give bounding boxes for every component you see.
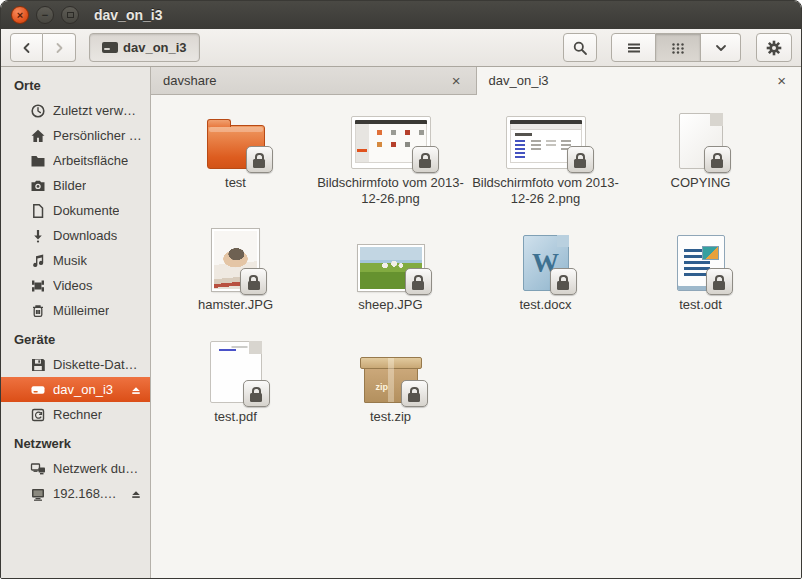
sidebar-item-pers-nlicher[interactable]: Persönlicher … [1,123,150,148]
file-icon-box [210,337,262,403]
location-label: dav_on_i3 [123,40,187,55]
lock-icon [248,281,260,290]
forward-button[interactable] [43,33,76,62]
file-icon-wrap [506,116,586,169]
file-icon-wrap: zip [362,355,420,403]
view-options-button[interactable] [701,33,741,62]
file-name: hamster.JPG [198,297,273,313]
maximize-icon[interactable] [61,6,79,24]
file-item[interactable]: ziptest.zip [313,337,468,425]
sidebar-item-label: dav_on_i3 [53,382,113,397]
chevron-down-icon [713,40,729,56]
sidebar-item-192-168[interactable]: 192.168.… [1,481,150,506]
toolbar: dav_on_i3 [1,29,801,67]
lock-emblem [246,146,273,173]
file-name: test.odt [679,297,722,313]
file-name: Bildschirmfoto vom 2013-12-26 2.png [472,175,620,207]
network-icon [30,461,46,477]
file-item[interactable]: sheep.JPG [313,225,468,337]
file-icon-wrap [207,125,265,169]
network-server-icon [30,486,46,502]
file-icon-box [351,103,431,169]
folder-icon [30,153,46,169]
file-item[interactable]: Wtest.docx [468,225,623,337]
sidebar-item-bilder[interactable]: Bilder [1,173,150,198]
file-item[interactable]: test [158,103,313,225]
close-icon[interactable]: × [11,6,29,24]
file-icon-box [677,225,725,291]
file-item[interactable]: test.odt [623,225,778,337]
grid-view-button[interactable] [656,33,701,62]
sidebar-item-musik[interactable]: Musik [1,248,150,273]
titlebar[interactable]: × − dav_on_i3 [1,1,801,29]
eject-icon[interactable] [130,384,142,396]
file-name: sheep.JPG [358,297,422,313]
settings-button[interactable] [756,33,792,62]
sidebar-section-heading: Geräte [1,323,150,352]
sidebar-item-dav-on-i3[interactable]: dav_on_i3 [1,377,150,402]
file-icon-wrap [210,341,262,403]
lock-icon [711,159,723,168]
sidebar-item-label: 192.168.… [53,486,117,501]
harddisk-icon [30,382,46,398]
trash-icon [30,303,46,319]
sidebar-item-downloads[interactable]: Downloads [1,223,150,248]
sidebar-item-videos[interactable]: Videos [1,273,150,298]
lock-icon [574,159,586,168]
back-button[interactable] [10,33,43,62]
grid-view-icon [670,40,686,56]
lock-icon [557,281,569,290]
list-view-icon [626,40,642,56]
file-item[interactable]: Bildschirmfoto vom 2013-12-26.png [313,103,468,225]
computer-icon [30,407,46,423]
sidebar-section-heading: Netzwerk [1,427,150,456]
lock-icon [412,281,424,290]
file-item[interactable]: Bildschirmfoto vom 2013-12-26 2.png [468,103,623,225]
file-icon-box [207,103,265,169]
lock-emblem [704,146,731,173]
lock-icon [253,159,265,168]
list-view-button[interactable] [611,33,656,62]
location-button[interactable]: dav_on_i3 [89,33,200,62]
file-icon-wrap [358,245,424,291]
file-icon-box [506,103,586,169]
sidebar-item-label: Downloads [53,228,117,243]
sidebar-item-netzwerk-du[interactable]: Netzwerk du… [1,456,150,481]
document-icon [30,203,46,219]
file-icon-box [679,103,723,169]
minimize-icon[interactable]: − [36,6,54,24]
file-icon-box: zip [362,337,420,403]
sidebar-item-arbeitsfl-che[interactable]: Arbeitsfläche [1,148,150,173]
sidebar-section-heading: Orte [1,69,150,98]
search-button[interactable] [563,33,597,62]
sidebar-item-diskette-dat[interactable]: Diskette-Dat… [1,352,150,377]
sidebar-item-rechner[interactable]: Rechner [1,402,150,427]
sidebar-item-label: Musik [53,253,87,268]
eject-icon[interactable] [130,488,142,500]
file-icon-wrap: W [523,235,569,291]
file-manager-window: × − dav_on_i3 dav_on_i3 [0,0,802,579]
file-item[interactable]: hamster.JPG [158,225,313,337]
camera-icon [30,178,46,194]
sidebar-item-m-lleimer[interactable]: Mülleimer [1,298,150,323]
file-item[interactable]: test.pdf [158,337,313,425]
sidebar: OrteZuletzt verw…Persönlicher …Arbeitsfl… [1,67,151,578]
lock-emblem [567,146,594,173]
file-item[interactable]: COPYING [623,103,778,225]
sidebar-item-zuletzt-verw[interactable]: Zuletzt verw… [1,98,150,123]
tab-davshare[interactable]: davshare× [151,67,477,94]
tab-dav_on_i3[interactable]: dav_on_i3× [477,67,802,95]
file-icon-box [212,225,259,291]
lock-icon [419,159,431,168]
file-name: test.pdf [214,409,257,425]
lock-icon [250,393,262,402]
sidebar-item-label: Videos [53,278,93,293]
file-icon-wrap [679,113,723,169]
lock-emblem [550,268,577,295]
file-name: COPYING [671,175,731,191]
sidebar-item-label: Arbeitsfläche [53,153,128,168]
tab-close-icon[interactable]: × [774,71,789,90]
tab-close-icon[interactable]: × [449,71,464,90]
sidebar-item-dokumente[interactable]: Dokumente [1,198,150,223]
file-grid[interactable]: testBildschirmfoto vom 2013-12-26.pngBil… [151,95,801,578]
